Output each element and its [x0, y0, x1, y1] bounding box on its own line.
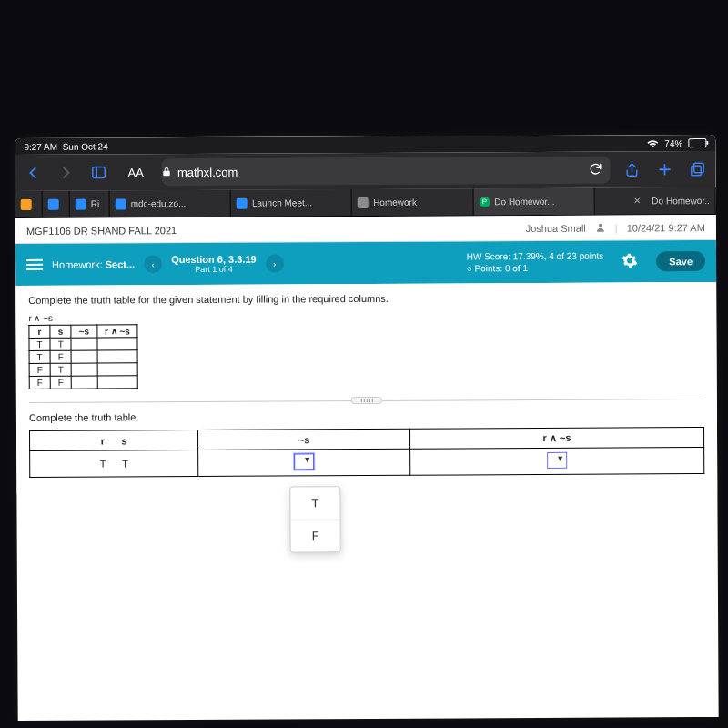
- back-button[interactable]: [22, 162, 44, 184]
- tab-item[interactable]: ✕ Do Homewor..: [594, 187, 715, 215]
- next-question-button[interactable]: ›: [266, 254, 284, 272]
- page-timestamp: 10/24/21 9:27 AM: [627, 222, 705, 233]
- dropdown-option-f[interactable]: F: [291, 519, 340, 551]
- tab-item[interactable]: [15, 191, 43, 217]
- tabs-button[interactable]: [686, 158, 708, 180]
- expression-caption: r ∧ ~s: [28, 309, 703, 323]
- svg-point-4: [599, 223, 602, 227]
- text-size-button[interactable]: AA: [120, 166, 150, 179]
- url-domain: mathxl.com: [177, 165, 238, 178]
- tab-item[interactable]: mdc-edu.zo...: [110, 190, 231, 217]
- question-part: Part 1 of 4: [171, 265, 257, 274]
- address-bar[interactable]: mathxl.com: [162, 157, 611, 187]
- tab-item[interactable]: [43, 191, 70, 217]
- tab-item[interactable]: Homework: [352, 188, 473, 216]
- dropdown-menu: T F: [289, 486, 340, 552]
- student-name[interactable]: Joshua Small: [526, 222, 586, 233]
- gear-icon[interactable]: [622, 252, 638, 270]
- forward-button: [55, 162, 76, 184]
- course-title: MGF1106 DR SHAND FALL 2021: [26, 225, 177, 237]
- menu-button[interactable]: [26, 259, 43, 270]
- svg-rect-2: [694, 163, 704, 173]
- not-s-dropdown[interactable]: [294, 453, 314, 470]
- answer-instruction: Complete the truth table.: [29, 409, 704, 423]
- question-number: Question 6, 3.3.19: [171, 254, 257, 265]
- hw-label: Homework: Sect...: [52, 258, 135, 269]
- share-button[interactable]: [621, 158, 642, 180]
- answer-truth-table: r s ~s r ∧ ~s T T: [29, 427, 704, 478]
- pane-divider[interactable]: [29, 399, 704, 403]
- save-button[interactable]: Save: [656, 251, 705, 271]
- sidebar-button[interactable]: [87, 161, 109, 183]
- user-icon: [595, 221, 606, 234]
- hw-points: ○ Points: 0 of 1: [467, 262, 604, 275]
- svg-rect-0: [93, 167, 106, 178]
- dropdown-option-t[interactable]: T: [290, 487, 339, 519]
- hw-score: HW Score: 17.39%, 4 of 23 points: [467, 250, 604, 263]
- reference-truth-table: r s ~s r ∧ ~s TT TF FT FF: [28, 324, 138, 389]
- battery-pct: 74%: [664, 138, 682, 148]
- battery-icon: [688, 138, 706, 147]
- tab-item[interactable]: PDo Homewor...: [473, 188, 594, 216]
- wifi-icon: [646, 137, 659, 148]
- new-tab-button[interactable]: [653, 158, 675, 180]
- svg-rect-3: [692, 166, 702, 176]
- reload-button[interactable]: [588, 161, 602, 178]
- status-time-date: 9:27 AM Sun Oct 24: [24, 141, 107, 151]
- prev-question-button[interactable]: ‹: [144, 255, 162, 273]
- browser-tabs: Ri mdc-edu.zo... Launch Meet... Homework…: [15, 187, 716, 218]
- lock-icon: [162, 166, 172, 179]
- problem-instruction: Complete the truth table for the given s…: [28, 291, 703, 306]
- tab-item[interactable]: Ri: [70, 190, 110, 217]
- close-icon[interactable]: ✕: [633, 196, 641, 206]
- r-and-not-s-dropdown[interactable]: [547, 452, 567, 469]
- tab-item[interactable]: Launch Meet...: [231, 189, 352, 217]
